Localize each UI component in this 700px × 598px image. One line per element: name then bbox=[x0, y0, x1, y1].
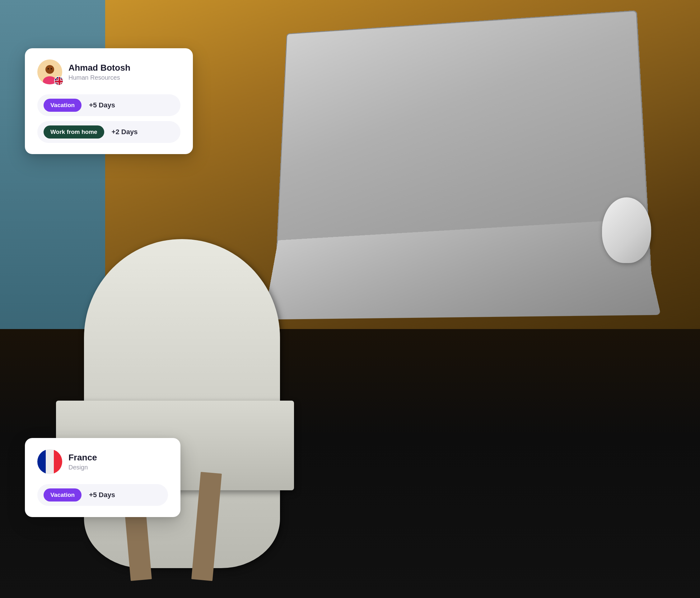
france-flag bbox=[38, 449, 62, 474]
france-flag-white bbox=[46, 449, 54, 474]
france-leave-rows: Vacation +5 Days bbox=[38, 484, 168, 506]
france-vacation-tag: Vacation bbox=[44, 488, 81, 502]
uk-flag-badge bbox=[54, 76, 64, 86]
employee-card-ahmad: Ahmad Botosh Human Resources Vacation +5… bbox=[25, 48, 193, 154]
country-name: France bbox=[69, 452, 97, 463]
svg-point-2 bbox=[46, 65, 54, 73]
france-vacation-row: Vacation +5 Days bbox=[38, 484, 168, 506]
country-department: Design bbox=[69, 464, 97, 471]
employee-card-france: France Design Vacation +5 Days bbox=[25, 438, 180, 517]
employee-name: Ahmad Botosh bbox=[69, 63, 130, 73]
wfh-tag: Work from home bbox=[44, 125, 104, 139]
avatar-container bbox=[38, 59, 62, 85]
france-flag-red bbox=[54, 449, 62, 474]
svg-point-4 bbox=[51, 68, 52, 69]
employee-department: Human Resources bbox=[69, 74, 130, 81]
card-header-france: France Design bbox=[38, 449, 168, 474]
wfh-days: +2 Days bbox=[112, 128, 138, 136]
card-info-france: France Design bbox=[69, 452, 97, 471]
vacation-row: Vacation +5 Days bbox=[38, 94, 180, 116]
vacation-tag: Vacation bbox=[44, 99, 81, 112]
card-info-ahmad: Ahmad Botosh Human Resources bbox=[69, 63, 130, 81]
wfh-row: Work from home +2 Days bbox=[38, 121, 180, 143]
mouse bbox=[602, 197, 651, 263]
france-vacation-days: +5 Days bbox=[89, 491, 115, 499]
france-flag-blue bbox=[38, 449, 46, 474]
card-header-ahmad: Ahmad Botosh Human Resources bbox=[38, 59, 180, 85]
leave-rows: Vacation +5 Days Work from home +2 Days bbox=[38, 94, 180, 143]
svg-point-3 bbox=[48, 68, 49, 69]
vacation-days: +5 Days bbox=[89, 101, 115, 109]
